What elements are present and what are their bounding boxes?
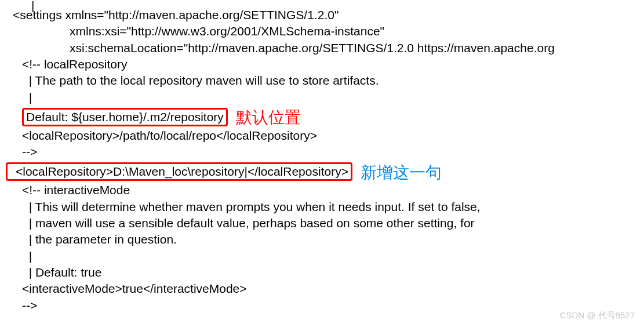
xml-line-comment-interactive-open: <!-- interactiveMode (7, 182, 644, 198)
annotation-default-position: 默认位置 (236, 107, 301, 129)
xml-line-comment-close-2: --> (7, 297, 644, 314)
xml-line-xmlns-xsi: xmlns:xsi="http://www.w3.org/2001/XMLSch… (7, 23, 644, 39)
xml-line-default-true: | Default: true (7, 264, 644, 281)
xml-line-localrepo-desc: | The path to the local repository maven… (7, 72, 644, 89)
localrepo-new-text: <localRepository>D:\Maven_loc\repository… (16, 165, 348, 178)
xml-line-interactive-desc-1: | This will determine whether maven prom… (7, 199, 644, 215)
xml-line-pipe-2: | (7, 248, 644, 264)
xml-line-xsi-location: xsi:schemaLocation="http://maven.apache.… (7, 40, 644, 56)
xml-line-comment-close-1: --> (7, 144, 644, 160)
xml-line-interactive-desc-2: | maven will use a sensible default valu… (7, 215, 644, 231)
highlight-localrepo-new: <localRepository>D:\Maven_loc\repository… (6, 162, 352, 181)
highlight-default-repo: Default: ${user.home}/.m2/repository (22, 108, 228, 126)
watermark: CSDN @ 代号9527 (560, 310, 635, 321)
default-repo-text: Default: ${user.home}/.m2/repository (26, 110, 224, 123)
xml-line-pipe-1: | (7, 89, 644, 106)
xml-line-localrepo-example: <localRepository>/path/to/local/repo</lo… (7, 128, 644, 144)
xml-line-interactive-desc-3: | the parameter in question. (7, 231, 644, 248)
xml-line-comment-localrepo-open: <!-- localRepository (7, 56, 644, 72)
annotation-new-line: 新增这一句 (361, 162, 442, 184)
xml-line-interactive-mode: <interactiveMode>true</interactiveMode> (7, 281, 644, 297)
xml-line-settings-open: <settings xmlns="http://maven.apache.org… (7, 7, 644, 23)
